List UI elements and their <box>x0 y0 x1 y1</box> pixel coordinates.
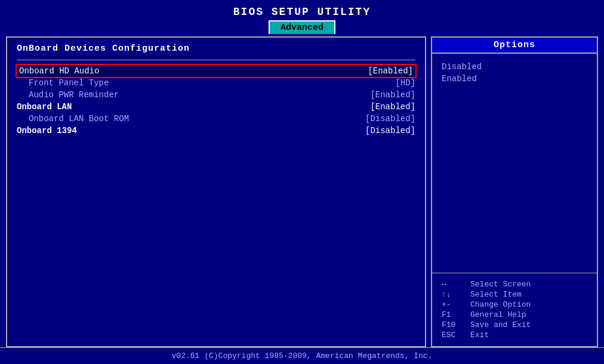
keybind-key: +- <box>442 300 463 309</box>
right-panel: Options Disabled Enabled ↔ Select Screen… <box>431 36 598 347</box>
menu-item-value: [Enabled] <box>368 66 413 76</box>
menu-item-value: [Disabled] <box>365 114 415 124</box>
keybind-f1: F1 General Help <box>442 310 587 320</box>
keybind-desc: Exit <box>470 331 489 340</box>
menu-item-label: Onboard LAN <box>17 102 72 112</box>
keybind-desc: Change Option <box>470 300 531 309</box>
keybind-f10: F10 Save and Exit <box>442 320 587 330</box>
menu-item-onboard-hd-audio[interactable]: Onboard HD Audio [Enabled] <box>17 65 415 77</box>
menu-item-label: Onboard LAN Boot ROM <box>17 114 129 124</box>
tab-bar: Advanced <box>0 20 604 34</box>
bios-screen: BIOS SETUP UTILITY Advanced OnBoard Devi… <box>0 0 604 364</box>
menu-item-onboard-lan-boot-rom[interactable]: Onboard LAN Boot ROM [Disabled] <box>17 113 415 125</box>
keybind-key: F1 <box>442 310 463 319</box>
keybind-key: F10 <box>442 320 463 329</box>
options-header: Options <box>432 38 597 54</box>
menu-item-label: Onboard HD Audio <box>19 66 99 76</box>
menu-item-label: Onboard 1394 <box>17 126 77 135</box>
keybind-select-item: ↑↓ Select Item <box>442 289 587 300</box>
keybind-key: ↔ <box>442 280 463 289</box>
main-content: OnBoard Devices Configuration Onboard HD… <box>0 36 604 347</box>
menu-item-value: [HD] <box>395 78 415 88</box>
keybind-select-screen: ↔ Select Screen <box>442 279 587 289</box>
bios-title: BIOS SETUP UTILITY <box>0 0 604 20</box>
keybindings: ↔ Select Screen ↑↓ Select Item +- Change… <box>432 273 597 346</box>
left-panel: OnBoard Devices Configuration Onboard HD… <box>6 36 426 347</box>
divider <box>17 60 415 60</box>
keybind-key: ESC <box>442 331 463 340</box>
option-disabled[interactable]: Disabled <box>442 61 587 73</box>
keybind-desc: Select Screen <box>470 280 531 289</box>
keybind-desc: General Help <box>470 310 526 319</box>
menu-item-front-panel-type[interactable]: Front Panel Type [HD] <box>17 77 415 89</box>
menu-item-audio-pwr-reminder[interactable]: Audio PWR Reminder [Enabled] <box>17 89 415 101</box>
options-body: Disabled Enabled <box>432 54 597 171</box>
section-title: OnBoard Devices Configuration <box>17 44 415 54</box>
menu-item-value: [Enabled] <box>370 90 415 100</box>
keybind-esc: ESC Exit <box>442 330 587 340</box>
menu-item-label: Front Panel Type <box>17 78 109 88</box>
keybind-desc: Select Item <box>470 290 522 299</box>
footer: v02.61 (C)Copyright 1985-2009, American … <box>0 347 604 364</box>
menu-item-onboard-1394[interactable]: Onboard 1394 [Disabled] <box>17 125 415 137</box>
keybind-change-option: +- Change Option <box>442 300 587 310</box>
menu-item-label: Audio PWR Reminder <box>17 90 119 100</box>
option-enabled[interactable]: Enabled <box>442 73 587 85</box>
tab-advanced[interactable]: Advanced <box>269 20 335 34</box>
keybind-desc: Save and Exit <box>470 320 531 329</box>
menu-item-value: [Enabled] <box>370 102 415 112</box>
menu-item-onboard-lan[interactable]: Onboard LAN [Enabled] <box>17 101 415 113</box>
keybind-key: ↑↓ <box>442 290 463 299</box>
menu-item-value: [Disabled] <box>365 126 415 135</box>
